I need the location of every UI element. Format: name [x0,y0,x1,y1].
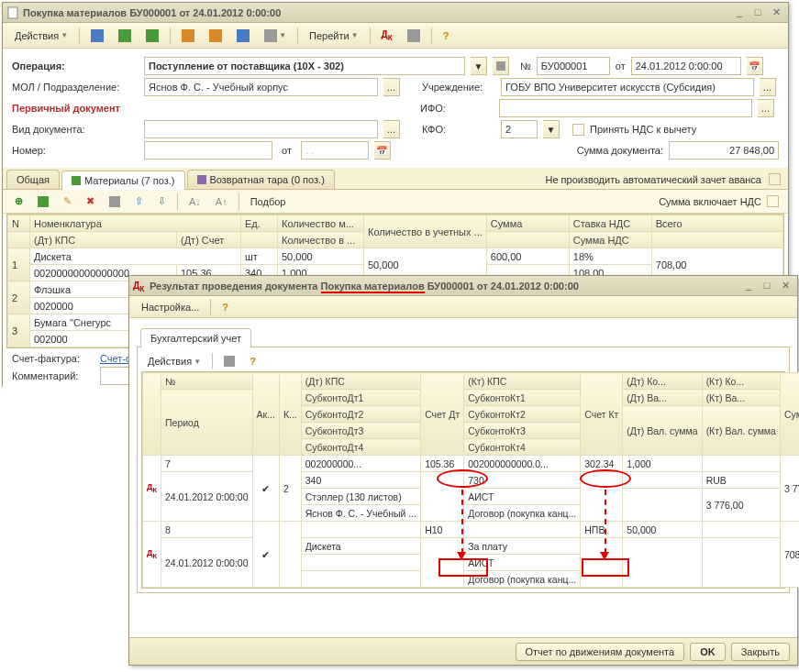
tool2[interactable]: ? [243,353,262,369]
goto-menu[interactable]: Перейти▼ [303,28,365,44]
org-input[interactable]: ГОБУ ВПО Университет искусств (Субсидия) [501,78,754,96]
maximize-button[interactable]: □ [749,6,766,19]
report-movements-button[interactable]: Отчет по движениям документа [516,643,685,661]
row-fill[interactable] [103,193,127,210]
kfo-label: КФО: [422,124,495,135]
posting-row[interactable]: ДК 7 ✔ 2 002000000... 105.36 00200000000… [143,456,800,472]
tool-post[interactable] [112,27,138,45]
tool-repost[interactable] [139,27,165,45]
org-select[interactable]: … [760,78,776,96]
row-up[interactable]: ⇧ [128,193,150,210]
tool1[interactable] [217,353,241,369]
org-label: Учреждение: [422,82,495,93]
window2-title: Результат проведения документа Покупка м… [150,281,738,292]
sort-asc[interactable]: A↓ [183,193,207,210]
tab-general[interactable]: Общая [6,170,60,189]
vat-deduct-label: Принять НДС к вычету [590,124,696,135]
docnum-prefix: № [520,61,531,72]
settings-button[interactable]: Настройка... [135,299,205,315]
tab-accounting[interactable]: Бухгалтерский учет [140,328,251,347]
no-auto-offset-checkbox[interactable] [769,173,781,185]
tool-more[interactable]: ▼ [258,27,293,45]
doc-icon [6,6,19,19]
tool-report[interactable] [401,27,427,45]
vat-deduct-checkbox[interactable] [572,124,584,136]
ifo-select[interactable]: … [758,99,774,117]
row-add[interactable]: ⊕ [8,193,29,210]
svg-rect-0 [8,7,17,18]
operation-input[interactable]: Поступление от поставщика (10Х - 302) [144,57,465,75]
mol-input[interactable]: Яснов Ф. С. - Учебный корпус [144,78,378,96]
close-button[interactable]: Закрыть [731,643,790,661]
number-label: Номер: [12,145,139,156]
tool-copy[interactable] [175,27,201,45]
table-row[interactable]: 1 Дискета шт 50,000 50,000 600,00 18% 70… [8,248,783,265]
from-date-input[interactable]: . . [301,141,369,160]
mol-label: МОЛ / Подразделение: [12,82,139,93]
sum-includes-vat-checkbox[interactable] [767,195,779,207]
ifo-input[interactable] [499,99,752,117]
ok-button[interactable]: OK [690,643,726,661]
close-button[interactable]: ✕ [777,280,793,292]
sum-includes-vat-label: Сумма включает НДС [659,196,761,207]
primary-doc-header: Первичный документ [12,103,139,114]
operation-dropdown[interactable]: ▼ [471,57,487,75]
docsum-label: Сумма документа: [577,145,663,156]
minimize-button[interactable]: _ [740,280,757,292]
tool-basis[interactable] [203,27,228,45]
actions-menu[interactable]: Действия▼ [141,353,207,369]
col-acct[interactable]: (Дт) Счет [177,232,241,248]
col-nomen[interactable]: Номенклатура [30,215,241,232]
col-kps[interactable]: (Дт) КПС [30,232,177,248]
docnum-input[interactable]: БУ000001 [537,57,610,75]
doc-icon: ДК [133,280,146,292]
col-n[interactable]: N [8,215,30,232]
operation-label: Операция: [12,61,139,72]
ifo-label: ИФО: [420,103,494,114]
posting-row[interactable]: ДК 8 ✔ Н10 НПВ 50,000 708,00 Поступление… [143,522,800,538]
pick-button[interactable]: Подбор [244,193,293,210]
minimize-button[interactable]: _ [731,6,748,19]
col-unit[interactable]: Ед. [241,215,278,232]
doctype-input[interactable] [144,120,378,138]
from-date-picker[interactable]: 📅 [374,141,391,160]
col-qty2[interactable]: Количество в ... [278,232,364,248]
invoice-label: Счет-фактура: [12,353,94,364]
tool-help[interactable]: ? [437,28,456,44]
docdate-input[interactable]: 24.01.2012 0:00:00 [631,57,741,75]
sort-desc[interactable]: A↑ [209,193,234,210]
tool-save[interactable] [84,27,110,45]
window-title: Покупка материалов БУ000001 от 24.01.201… [23,7,729,18]
docdate-picker[interactable]: 📅 [747,57,763,75]
col-qtyu[interactable]: Количество в учетных ... [364,215,487,248]
doctype-label: Вид документа: [12,124,139,135]
tool-dk[interactable]: ДК [375,27,399,45]
tab-materials[interactable]: Материалы (7 поз.) [61,171,185,190]
tab-tara[interactable]: Возвратная тара (0 поз.) [187,170,335,189]
col-vatsum[interactable]: Сумма НДС [569,232,651,248]
col-sum[interactable]: Сумма [486,215,569,232]
close-button[interactable]: ✕ [768,6,784,19]
kfo-dropdown[interactable]: ▼ [543,120,560,138]
row-copy[interactable] [31,193,55,210]
help-button[interactable]: ? [216,299,235,315]
number-input[interactable] [144,141,272,160]
row-down[interactable]: ⇩ [151,193,172,210]
maximize-button[interactable]: □ [759,280,775,292]
tool-refresh[interactable] [230,27,256,45]
col-qty[interactable]: Количество м... [278,215,364,232]
doctype-select[interactable]: … [383,120,400,138]
docsum-input[interactable]: 27 848,00 [669,141,779,160]
mol-select[interactable]: … [383,78,400,96]
operation-open[interactable] [493,57,509,75]
kfo-input[interactable]: 2 [501,120,538,138]
comment-label: Комментарий: [12,370,94,381]
actions-menu[interactable]: Действия▼ [8,28,74,44]
posting-result-window: ДК Результат проведения документа Покупк… [128,275,798,666]
col-vat[interactable]: Ставка НДС [569,215,651,232]
col-total[interactable]: Всего [651,215,782,232]
no-auto-offset-label: Не производить автоматический зачет аван… [541,171,765,189]
docdate-label: от [616,61,626,72]
row-delete[interactable]: ✖ [80,193,101,210]
row-edit[interactable]: ✎ [57,193,78,210]
